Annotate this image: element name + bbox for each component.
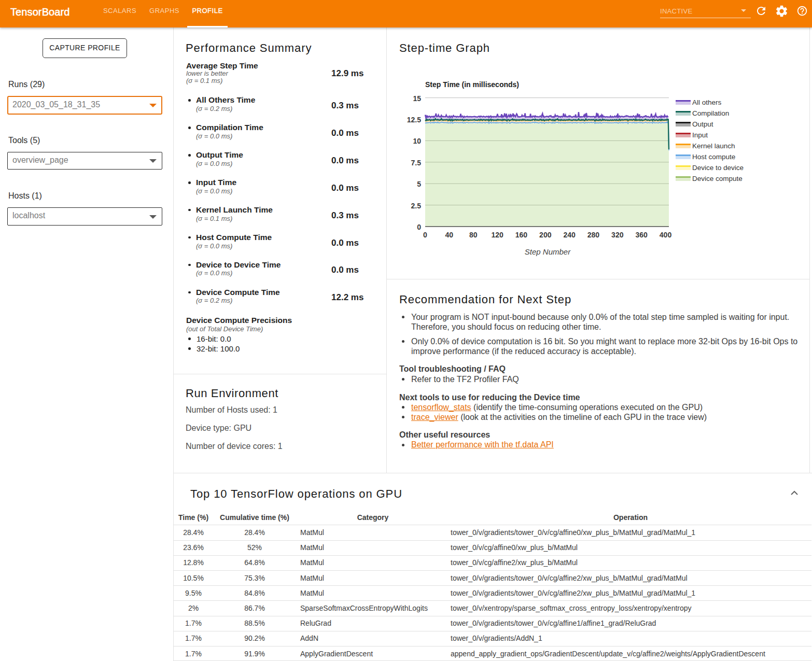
svg-text:200: 200 xyxy=(539,231,552,239)
svg-text:320: 320 xyxy=(611,231,624,239)
svg-text:0: 0 xyxy=(417,223,421,231)
svg-text:10: 10 xyxy=(413,137,421,145)
svg-text:Step Number: Step Number xyxy=(525,247,571,256)
svg-text:40: 40 xyxy=(445,231,454,239)
svg-text:12.5: 12.5 xyxy=(407,116,421,124)
svg-text:240: 240 xyxy=(563,231,576,239)
svg-text:7.5: 7.5 xyxy=(411,159,422,167)
svg-text:15: 15 xyxy=(413,94,421,103)
svg-text:400: 400 xyxy=(660,231,672,239)
svg-text:120: 120 xyxy=(491,231,503,239)
svg-text:360: 360 xyxy=(636,231,648,239)
svg-text:2.5: 2.5 xyxy=(411,202,422,210)
svg-text:5: 5 xyxy=(417,180,421,188)
svg-text:80: 80 xyxy=(469,231,478,239)
svg-text:Step Time (in milliseconds): Step Time (in milliseconds) xyxy=(425,80,519,89)
svg-text:0: 0 xyxy=(423,231,427,239)
svg-text:280: 280 xyxy=(587,231,600,239)
svg-text:160: 160 xyxy=(515,231,528,239)
